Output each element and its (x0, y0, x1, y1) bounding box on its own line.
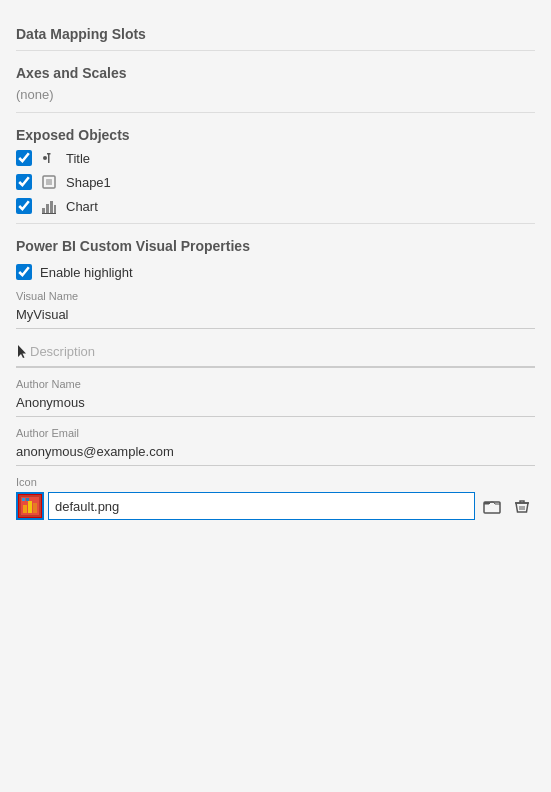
divider-1 (16, 50, 535, 51)
svg-rect-4 (46, 179, 52, 185)
exposed-item-shape1: Shape1 (16, 173, 535, 191)
svg-rect-6 (46, 204, 49, 213)
svg-rect-5 (42, 208, 45, 213)
author-name-group: Author Name Anonymous (16, 378, 535, 417)
exposed-title-label: Title (66, 151, 90, 166)
enable-highlight-checkbox[interactable] (16, 264, 32, 280)
cursor-icon (16, 343, 28, 359)
chart-icon (40, 197, 58, 215)
svg-rect-12 (23, 505, 27, 513)
author-email-value: anonymous@example.com (16, 441, 535, 466)
svg-rect-13 (28, 501, 32, 513)
icon-row (16, 492, 535, 520)
visual-name-value: MyVisual (16, 304, 535, 329)
author-name-value: Anonymous (16, 392, 535, 417)
svg-rect-15 (22, 498, 25, 501)
icon-group: Icon (16, 476, 535, 520)
divider-2 (16, 112, 535, 113)
enable-highlight-row: Enable highlight (16, 264, 535, 280)
svg-point-0 (43, 156, 47, 160)
author-email-label: Author Email (16, 427, 535, 439)
exposed-chart-checkbox[interactable] (16, 198, 32, 214)
description-field[interactable]: Description (16, 339, 535, 367)
properties-panel: Data Mapping Slots Axes and Scales (none… (0, 0, 551, 536)
powerbi-title: Power BI Custom Visual Properties (16, 238, 535, 254)
axes-title: Axes and Scales (16, 65, 535, 81)
icon-label: Icon (16, 476, 535, 488)
exposed-chart-label: Chart (66, 199, 98, 214)
clear-icon-button[interactable] (509, 495, 535, 517)
svg-rect-18 (484, 502, 490, 504)
svg-rect-16 (26, 498, 29, 501)
shape-icon (40, 173, 58, 191)
exposed-shape1-label: Shape1 (66, 175, 111, 190)
enable-highlight-label: Enable highlight (40, 265, 133, 280)
exposed-item-chart: Chart (16, 197, 535, 215)
icon-filename-input[interactable] (48, 492, 475, 520)
svg-rect-7 (50, 201, 53, 213)
author-email-group: Author Email anonymous@example.com (16, 427, 535, 466)
text-icon (40, 149, 58, 167)
author-name-label: Author Name (16, 378, 535, 390)
svg-rect-8 (54, 205, 56, 213)
data-mapping-title: Data Mapping Slots (16, 26, 535, 42)
divider-3 (16, 223, 535, 224)
description-placeholder: Description (30, 344, 95, 359)
visual-name-label: Visual Name (16, 290, 535, 302)
axes-value: (none) (16, 87, 535, 102)
exposed-objects-title: Exposed Objects (16, 127, 535, 143)
description-group: Description (16, 339, 535, 368)
svg-rect-14 (33, 503, 37, 513)
exposed-shape1-checkbox[interactable] (16, 174, 32, 190)
icon-preview (16, 492, 44, 520)
exposed-title-checkbox[interactable] (16, 150, 32, 166)
exposed-item-title: Title (16, 149, 535, 167)
svg-rect-2 (47, 153, 51, 155)
browse-icon-button[interactable] (479, 495, 505, 517)
visual-name-group: Visual Name MyVisual (16, 290, 535, 329)
